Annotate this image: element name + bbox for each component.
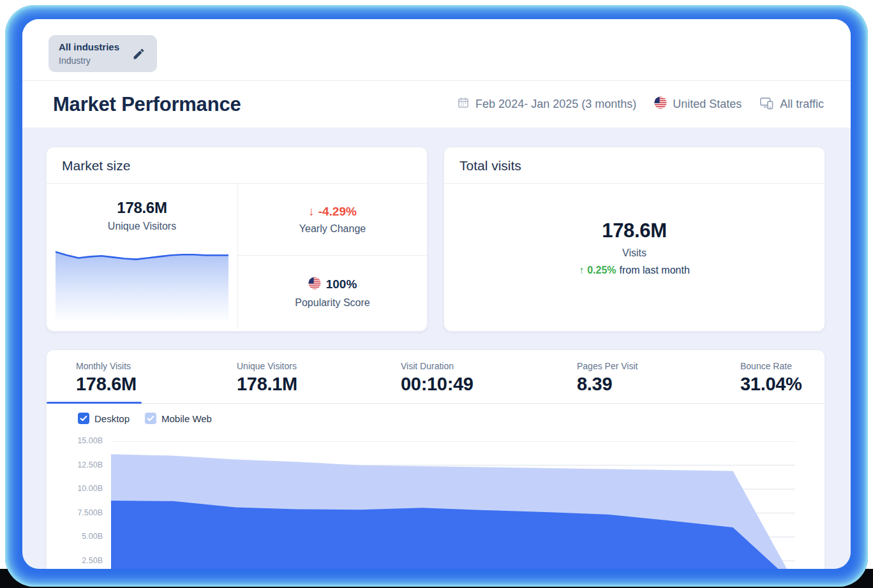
metric-label: Pages Per Visit xyxy=(577,361,638,371)
metric-label: Monthly Visits xyxy=(76,361,137,371)
industry-selector-text: All industries Industry xyxy=(59,40,119,67)
y-tick-label: 5.00B xyxy=(66,532,103,541)
y-tick-label: 2.50B xyxy=(66,556,103,565)
metric-tab-unique-visitors[interactable]: Unique Visitors178.1M xyxy=(237,361,297,395)
mobile-web-checkbox[interactable] xyxy=(145,413,156,424)
legend-desktop[interactable]: Desktop xyxy=(78,413,130,424)
metric-value: 178.1M xyxy=(237,374,297,395)
total-visits-body: 178.6M Visits ↑ 0.25% from last month xyxy=(444,184,824,329)
market-size-card: Market size 178.6M Unique Visitors ↓ -4.… xyxy=(46,147,428,332)
calendar-icon xyxy=(457,96,470,112)
country-filter-label: United States xyxy=(673,98,742,111)
total-visits-change-value: 0.25% xyxy=(587,265,616,276)
metric-tab-monthly-visits[interactable]: Monthly Visits178.6M xyxy=(76,361,137,395)
total-visits-title: Total visits xyxy=(444,147,824,184)
mobile-web-label: Mobile Web xyxy=(161,413,212,424)
y-tick-label: 7.500B xyxy=(66,508,103,517)
pencil-icon[interactable] xyxy=(132,47,146,61)
stacked-area-chart xyxy=(111,441,795,569)
yearly-change-value: -4.29% xyxy=(318,205,357,219)
unique-visitors-sparkline xyxy=(56,249,228,322)
desktop-checkbox[interactable] xyxy=(78,413,89,424)
unique-visitors-label: Unique Visitors xyxy=(47,221,237,232)
total-visits-card: Total visits 178.6M Visits ↑ 0.25% from … xyxy=(444,147,825,332)
industry-selector[interactable]: All industries Industry xyxy=(48,35,157,72)
header-filters: Feb 2024- Jan 2025 (3 months)United Stat… xyxy=(457,96,824,113)
traffic-filter-label: All traffic xyxy=(780,98,824,111)
arrow-down-icon: ↓ xyxy=(308,205,315,219)
active-tab-underline xyxy=(47,402,142,404)
us-flag-icon xyxy=(654,96,667,112)
y-tick-label: 10.00B xyxy=(66,484,103,493)
y-tick-label: 15.00B xyxy=(66,436,103,445)
traffic-card: Monthly Visits178.6MUnique Visitors178.1… xyxy=(46,349,825,569)
metric-label: Unique Visitors xyxy=(237,361,297,371)
metric-value: 00:10:49 xyxy=(401,374,474,395)
us-flag-icon xyxy=(308,277,321,293)
industry-selector-label: Industry xyxy=(59,54,119,67)
metrics-tab-strip: Monthly Visits178.6MUnique Visitors178.1… xyxy=(47,350,824,404)
y-tick-label: 12.50B xyxy=(66,460,103,469)
popularity-score-cell: 100% Popularity Score xyxy=(238,256,427,329)
industry-selector-value: All industries xyxy=(59,40,119,54)
metric-value: 8.39 xyxy=(577,374,638,395)
total-visits-change-suffix: from last month xyxy=(620,265,690,276)
unique-visitors-value: 178.6M xyxy=(47,199,237,217)
page-title: Market Performance xyxy=(53,93,241,116)
yearly-change-label: Yearly Change xyxy=(299,223,366,235)
metric-value: 178.6M xyxy=(76,374,137,395)
title-row: Market Performance Feb 2024- Jan 2025 (3… xyxy=(22,81,851,128)
metric-tab-bounce-rate[interactable]: Bounce Rate31.04% xyxy=(740,361,802,395)
yearly-change-cell: ↓ -4.29% Yearly Change xyxy=(238,184,427,255)
date-range-filter-label: Feb 2024- Jan 2025 (3 months) xyxy=(475,98,636,111)
popularity-score-label: Popularity Score xyxy=(295,297,369,309)
metric-label: Bounce Rate xyxy=(740,361,802,371)
total-visits-label: Visits xyxy=(622,247,646,259)
dashboard-panel: All industries Industry Market Performan… xyxy=(22,19,851,569)
country-filter[interactable]: United States xyxy=(654,96,742,112)
market-size-title: Market size xyxy=(47,147,427,184)
popularity-score-value: 100% xyxy=(326,277,357,291)
device-legend: DesktopMobile Web xyxy=(78,413,212,424)
market-size-body: 178.6M Unique Visitors ↓ -4.29% Yearly C… xyxy=(47,184,427,329)
legend-mobile-web[interactable]: Mobile Web xyxy=(145,413,212,424)
total-visits-value: 178.6M xyxy=(602,219,667,242)
unique-visitors-cell: 178.6M Unique Visitors xyxy=(47,184,237,329)
devices-icon xyxy=(759,96,774,113)
metric-tab-visit-duration[interactable]: Visit Duration00:10:49 xyxy=(401,361,474,395)
desktop-label: Desktop xyxy=(94,413,130,424)
arrow-up-icon: ↑ xyxy=(579,265,584,276)
metric-label: Visit Duration xyxy=(401,361,474,371)
traffic-filter[interactable]: All traffic xyxy=(759,96,824,113)
header: All industries Industry Market Performan… xyxy=(22,19,851,128)
date-range-filter[interactable]: Feb 2024- Jan 2025 (3 months) xyxy=(457,96,636,112)
metric-value: 31.04% xyxy=(740,374,802,395)
metric-tab-pages-per-visit[interactable]: Pages Per Visit8.39 xyxy=(577,361,638,395)
